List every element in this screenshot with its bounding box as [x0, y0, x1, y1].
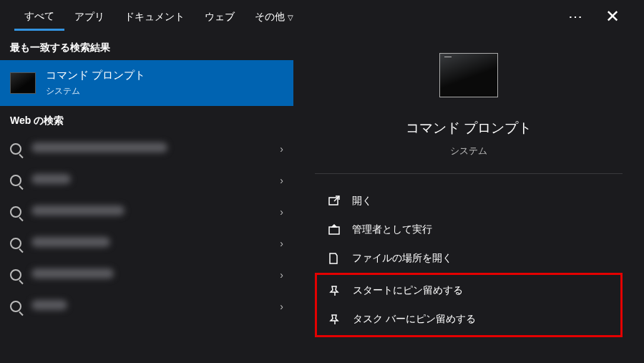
folder-icon: [328, 252, 341, 265]
highlighted-pin-actions: スタートにピン留めする タスク バーにピン留めする: [315, 273, 623, 337]
chevron-right-icon: ›: [280, 238, 283, 249]
tab-all[interactable]: すべて: [14, 3, 64, 31]
action-open-file-location[interactable]: ファイルの場所を開く: [315, 244, 623, 273]
web-result-row[interactable]: ›: [0, 228, 293, 259]
search-icon: [10, 206, 21, 218]
action-run-as-admin[interactable]: 管理者として実行: [315, 216, 623, 244]
admin-icon: [328, 223, 341, 236]
search-tabs: すべて アプリ ドキュメント ウェブ その他▽ ⋯ ✕: [0, 0, 644, 33]
search-icon: [10, 301, 21, 312]
chevron-right-icon: ›: [280, 206, 283, 218]
web-result-row[interactable]: ›: [0, 291, 293, 322]
cmd-thumbnail-icon: [10, 72, 36, 94]
chevron-right-icon: ›: [280, 301, 283, 312]
action-pin-to-taskbar[interactable]: タスク バーにピン留めする: [317, 305, 620, 334]
search-icon: [10, 238, 21, 249]
divider: [315, 173, 623, 174]
chevron-right-icon: ›: [280, 269, 283, 281]
tab-more[interactable]: その他▽: [245, 4, 303, 29]
best-match-subtitle: システム: [46, 85, 145, 97]
best-match-row[interactable]: コマンド プロンプト システム: [0, 60, 293, 106]
pin-icon: [328, 313, 341, 326]
open-icon: [328, 195, 341, 208]
preview-title: コマンド プロンプト: [406, 119, 532, 137]
preview-pane: コマンド プロンプト システム 開く 管理者として実行 ファイルの場所を開く: [293, 33, 644, 363]
web-results-header: Web の検索: [0, 106, 293, 133]
search-icon: [10, 269, 21, 281]
search-icon: [10, 143, 21, 155]
pin-icon: [328, 284, 341, 297]
tab-web[interactable]: ウェブ: [195, 4, 245, 29]
main-area: 最も一致する検索結果 コマンド プロンプト システム Web の検索 › › ›: [0, 33, 644, 363]
svg-rect-1: [329, 227, 339, 234]
tab-apps[interactable]: アプリ: [64, 4, 114, 29]
chevron-right-icon: ›: [280, 143, 283, 155]
action-open[interactable]: 開く: [315, 187, 623, 216]
best-match-header: 最も一致する検索結果: [0, 33, 293, 60]
best-match-title: コマンド プロンプト: [46, 69, 145, 82]
preview-app-icon: [439, 53, 498, 97]
action-pin-to-start[interactable]: スタートにピン留めする: [317, 276, 620, 305]
web-result-row[interactable]: ›: [0, 165, 293, 196]
results-pane: 最も一致する検索結果 コマンド プロンプト システム Web の検索 › › ›: [0, 33, 293, 363]
search-icon: [10, 175, 21, 186]
chevron-right-icon: ›: [280, 175, 283, 186]
preview-actions: 開く 管理者として実行 ファイルの場所を開く スタートにピン留めする: [315, 187, 623, 337]
web-result-row[interactable]: ›: [0, 133, 293, 165]
web-result-row[interactable]: ›: [0, 196, 293, 228]
chevron-down-icon: ▽: [288, 14, 293, 21]
web-result-row[interactable]: ›: [0, 259, 293, 291]
more-options-button[interactable]: ⋯: [557, 8, 595, 25]
preview-subtitle: システム: [450, 145, 487, 158]
tab-documents[interactable]: ドキュメント: [114, 4, 195, 29]
close-button[interactable]: ✕: [595, 6, 630, 26]
